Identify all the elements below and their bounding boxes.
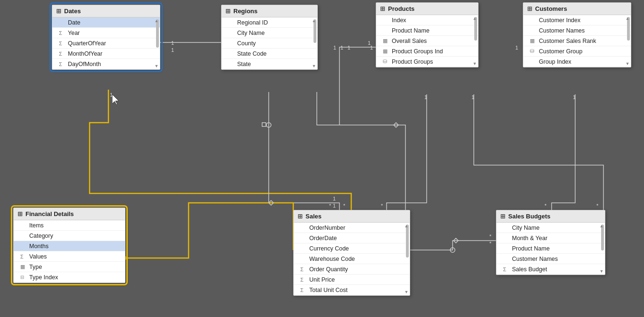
field-label: Warehouse Code	[309, 256, 355, 262]
table-row[interactable]: Regional ID	[222, 17, 317, 28]
table-row[interactable]: Items	[14, 220, 125, 231]
table-row[interactable]: ▦ Overall Sales	[376, 36, 478, 46]
table-row[interactable]: Σ Year	[52, 28, 160, 38]
table-row[interactable]: County	[222, 38, 317, 49]
table-row[interactable]: Date	[52, 17, 160, 28]
table-row[interactable]: Months	[14, 241, 125, 251]
table-row[interactable]: ⛁ Customer Group	[523, 46, 631, 57]
regions-table-header: ⊞ Regions	[222, 5, 317, 17]
financial-table-body: Items Category Months Σ Values ▦ Type ⊟ …	[14, 220, 125, 283]
table-row[interactable]: ▦ Type	[14, 262, 125, 272]
svg-text:1: 1	[171, 47, 174, 53]
field-label: Order Quantity	[309, 266, 348, 273]
products-table-header: ⊞ Products	[376, 3, 478, 15]
field-label: Sales Budget	[512, 266, 547, 273]
svg-text:1: 1	[333, 196, 336, 201]
field-label: Index	[392, 17, 406, 24]
sigma-icon: Σ	[300, 267, 307, 272]
field-label: Months	[29, 243, 49, 250]
table-header-icon: ⊞	[17, 210, 23, 217]
customers-table[interactable]: ⊞ Customers Customer Index Customer Name…	[523, 2, 631, 67]
table-row[interactable]: City Name	[496, 223, 605, 233]
regions-table[interactable]: ⊞ Regions Regional ID City Name County S…	[221, 5, 318, 70]
sigma-icon: Σ	[503, 267, 510, 272]
customers-table-header: ⊞ Customers	[523, 3, 631, 15]
table-row[interactable]: Σ Values	[14, 251, 125, 262]
dates-table[interactable]: ⊞ Dates Date Σ Year Σ QuarterOfYear Σ Mo…	[52, 5, 160, 70]
field-label: Month & Year	[512, 235, 547, 242]
sigma-icon: Σ	[59, 30, 66, 36]
field-label: Overall Sales	[392, 38, 427, 44]
field-label: Customer Names	[512, 256, 558, 262]
table-row[interactable]: State Code	[222, 49, 317, 59]
svg-text:1: 1	[424, 94, 427, 100]
products-table-body: Index Product Name ▦ Overall Sales ▦ Pro…	[376, 15, 478, 67]
table-row[interactable]: Customer Index	[523, 15, 631, 25]
table-row[interactable]: Σ MonthOfYear	[52, 49, 160, 59]
table-row[interactable]: ▦ Customer Sales Rank	[523, 36, 631, 46]
table-row[interactable]: Month & Year	[496, 233, 605, 243]
field-label: OrderDate	[309, 235, 337, 242]
table-header-icon: ⊞	[380, 5, 385, 12]
svg-text:1: 1	[368, 40, 371, 46]
products-table[interactable]: ⊞ Products Index Product Name ▦ Overall …	[376, 2, 479, 67]
table-row[interactable]: OrderDate	[294, 233, 410, 243]
customers-table-title: Customers	[535, 5, 567, 12]
sales-budgets-table[interactable]: ⊞ Sales Budgets City Name Month & Year P…	[496, 210, 605, 275]
field-label: Type	[29, 264, 42, 270]
table-row[interactable]: Index	[376, 15, 478, 25]
svg-text:*: *	[489, 234, 492, 239]
field-label: Values	[29, 253, 47, 260]
table-row[interactable]: Σ Order Quantity	[294, 264, 410, 275]
table-icon: ▦	[530, 38, 537, 44]
table-row[interactable]: Category	[14, 231, 125, 241]
table-row[interactable]: ⊟ Type Index	[14, 272, 125, 283]
field-label: MonthOfYear	[68, 50, 102, 57]
field-label: Unit Price	[309, 276, 335, 283]
svg-text:1: 1	[573, 94, 576, 100]
table-row[interactable]: Warehouse Code	[294, 254, 410, 264]
table-row[interactable]: Σ Sales Budget	[496, 264, 605, 275]
table-row[interactable]: Customer Names	[523, 25, 631, 36]
field-label: Customer Index	[539, 17, 580, 24]
table-row[interactable]: Σ QuarterOfYear	[52, 38, 160, 49]
table-icon: ▦	[383, 48, 389, 54]
customers-table-body: Customer Index Customer Names ▦ Customer…	[523, 15, 631, 67]
field-label: Type Index	[29, 274, 58, 281]
table-row[interactable]: City Name	[222, 28, 317, 38]
sales-table-header: ⊞ Sales	[294, 210, 410, 223]
sales-budgets-table-title: Sales Budgets	[508, 213, 551, 220]
sigma-icon: Σ	[59, 61, 66, 67]
svg-text:*: *	[596, 203, 599, 209]
sales-table-body: OrderNumber OrderDate Currency Code Ware…	[294, 223, 410, 295]
dates-table-header: ⊞ Dates	[52, 5, 160, 17]
svg-text:1: 1	[110, 92, 113, 98]
mouse-cursor	[112, 94, 122, 106]
table-row[interactable]: Customer Names	[496, 254, 605, 264]
table-row[interactable]: ⛁ Product Groups	[376, 57, 478, 67]
field-label: State Code	[237, 50, 267, 57]
table-row[interactable]: Group Index	[523, 57, 631, 67]
sales-table-title: Sales	[305, 213, 322, 220]
sales-table[interactable]: ⊞ Sales OrderNumber OrderDate Currency C…	[293, 210, 410, 296]
svg-text:1: 1	[370, 45, 373, 50]
hier-icon: ⛁	[530, 48, 537, 54]
table-row[interactable]: State	[222, 59, 317, 69]
financial-details-table[interactable]: ⊞ Financial Details Items Category Month…	[13, 208, 125, 283]
table-row[interactable]: Σ DayOfMonth	[52, 59, 160, 69]
table-row[interactable]: Currency Code	[294, 243, 410, 254]
table-row[interactable]: Σ Unit Price	[294, 275, 410, 285]
field-label: DayOfMonth	[68, 61, 101, 67]
small-table-icon: ⊟	[20, 275, 27, 280]
dates-table-body: Date Σ Year Σ QuarterOfYear Σ MonthOfYea…	[52, 17, 160, 69]
table-row[interactable]: Product Name	[376, 25, 478, 36]
table-header-icon: ⊞	[225, 8, 231, 15]
table-row[interactable]: Σ Total Unit Cost	[294, 285, 410, 295]
hier-icon: ⛁	[383, 58, 389, 65]
svg-text:1: 1	[515, 45, 518, 50]
table-row[interactable]: ▦ Product Groups Ind	[376, 46, 478, 57]
table-row[interactable]: Product Name	[496, 243, 605, 254]
svg-text:1: 1	[333, 45, 336, 50]
sigma-icon: Σ	[20, 254, 27, 259]
table-row[interactable]: OrderNumber	[294, 223, 410, 233]
